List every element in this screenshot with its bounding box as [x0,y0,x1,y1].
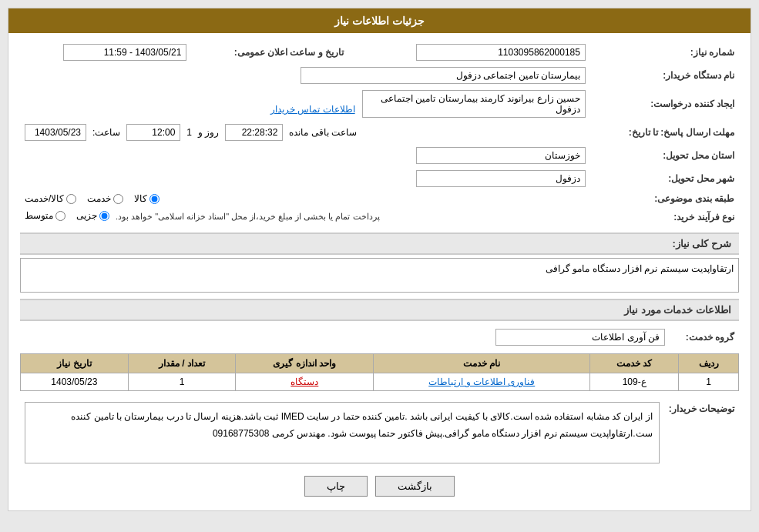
cell-unit[interactable]: دستگاه [236,373,374,391]
purchase-type-radio-jozi[interactable]: جزیی [76,210,109,221]
deadline-fields: 1403/05/23 ساعت: 12:00 1 روز و 22:28:32 … [20,121,590,144]
creator-contact-link[interactable]: اطلاعات تماس خریدار [270,104,355,115]
service-group-label: گروه خدمت: [670,326,739,349]
creator-display: حسین زارع بیرانوند کارمند بیمارستان تامی… [362,90,586,118]
category-radio-khedmat[interactable]: خدمت [87,193,123,204]
table-row: 1 ع-109 فناوری اطلاعات و ارتباطات دستگاه… [21,373,739,391]
purchase-type-radio-mutawaset[interactable]: متوسط [25,210,65,221]
category-radio-kala[interactable]: کالا [134,193,160,204]
page-wrapper: جزئیات اطلاعات نیاز شماره نیاز: 11030958… [0,0,759,532]
buyer-notes-table: توضیحات خریدار: از ایران کد مشابه استفاد… [20,399,739,467]
services-section-label: اطلاعات خدمات مورد نیاز [624,304,731,316]
col-header-row: ردیف [679,354,739,373]
cell-service-name[interactable]: فناوری اطلاعات و ارتباطات [374,373,590,391]
card-body: شماره نیاز: 1103095862000185 تاریخ و ساع… [8,33,751,510]
card-header: جزئیات اطلاعات نیاز [8,8,751,33]
province-label: استان محل تحویل: [590,144,739,167]
cell-date: 1403/05/23 [21,373,129,391]
page-title: جزئیات اطلاعات نیاز [334,15,425,27]
need-number-display: 1103095862000185 [416,44,586,61]
need-number-value: 1103095862000185 [359,41,590,64]
date-display: 1403/05/23 [25,124,86,141]
buyer-notes-value: از ایران کد مشابه استفاده شده است.کالای … [20,399,664,467]
province-row: استان محل تحویل: خوزستان [20,144,739,167]
services-table: ردیف کد خدمت نام خدمت واحد اندازه گیری ت… [20,353,739,391]
need-number-row: شماره نیاز: 1103095862000185 تاریخ و ساع… [20,41,739,64]
footer-buttons: بازگشت چاپ [20,476,739,497]
time-display: 12:00 [126,124,180,141]
services-section-header: اطلاعات خدمات مورد نیاز [20,299,739,321]
city-display: دزفول [416,170,586,187]
service-group-display: فن آوری اطلاعات [495,329,665,346]
buyer-org-label: نام دستگاه خریدار: [590,64,739,87]
need-description-label: شرح کلی نیاز: [672,238,731,249]
service-group-table: گروه خدمت: فن آوری اطلاعات [20,326,739,349]
city-label: شهر محل تحویل: [590,167,739,190]
announce-datetime-display: 1403/05/21 - 11:59 [63,44,186,61]
remaining-display: 22:28:32 [225,124,283,141]
purchase-type-label: نوع فرآیند خرید: [590,207,739,226]
category-radio-kala-khedmat[interactable]: کالا/خدمت [25,193,76,204]
main-card: جزئیات اطلاعات نیاز شماره نیاز: 11030958… [8,8,751,511]
buyer-notes-box: از ایران کد مشابه استفاده شده است.کالای … [25,402,660,463]
services-table-header-row: ردیف کد خدمت نام خدمت واحد اندازه گیری ت… [21,354,739,373]
buyer-notes-row: توضیحات خریدار: از ایران کد مشابه استفاد… [20,399,739,467]
back-button[interactable]: بازگشت [375,476,455,497]
city-row: شهر محل تحویل: دزفول [20,167,739,190]
info-table: شماره نیاز: 1103095862000185 تاریخ و ساع… [20,41,739,226]
buyer-notes-label: توضیحات خریدار: [664,399,739,467]
category-label: طبقه بندی موضوعی: [590,190,739,207]
send-deadline-label: مهلت ارسال پاسخ: تا تاریخ: [590,121,739,144]
need-description-area: ارتقاواپدیت سیستم نرم افزار دستگاه مامو … [20,258,739,293]
category-row: طبقه بندی موضوعی: کالا/خدمت خدمت [20,190,739,207]
time-label: ساعت: [92,127,120,138]
need-description-section-header: شرح کلی نیاز: [20,233,739,255]
col-header-unit: واحد اندازه گیری [236,354,374,373]
col-header-service-name: نام خدمت [374,354,590,373]
buyer-org-display: بیمارستان تامین اجتماعی دزفول [301,67,586,84]
category-options: کالا/خدمت خدمت کالا [20,190,590,207]
cell-quantity: 1 [128,373,236,391]
creator-value: حسین زارع بیرانوند کارمند بیمارستان تامی… [20,87,590,121]
service-group-value: فن آوری اطلاعات [20,326,670,349]
day-label: روز و [198,127,219,138]
creator-label: ایجاد کننده درخواست: [590,87,739,121]
creator-row: ایجاد کننده درخواست: حسین زارع بیرانوند … [20,87,739,121]
print-button[interactable]: چاپ [304,476,368,497]
cell-code: ع-109 [590,373,679,391]
purchase-type-note: پرداخت تمام یا بخشی از مبلغ خرید،از محل … [116,210,380,223]
col-header-code: کد خدمت [590,354,679,373]
buyer-org-value: بیمارستان تامین اجتماعی دزفول [20,64,590,87]
day-value-display: 1 [186,127,192,138]
announce-value: 1403/05/21 - 11:59 [20,41,191,64]
need-description-box: ارتقاواپدیت سیستم نرم افزار دستگاه مامو … [20,258,739,293]
province-value: خوزستان [20,144,590,167]
service-group-row: گروه خدمت: فن آوری اطلاعات [20,326,739,349]
deadline-row: مهلت ارسال پاسخ: تا تاریخ: 1403/05/23 سا… [20,121,739,144]
city-value: دزفول [20,167,590,190]
purchase-type-options: متوسط جزیی پرداخت تمام یا بخشی از مبلغ خ… [20,207,590,226]
need-number-label: شماره نیاز: [590,41,739,64]
remaining-label: ساعت باقی مانده [289,127,357,138]
col-header-date: تاریخ نیاز [21,354,129,373]
purchase-type-row: نوع فرآیند خرید: متوسط جزیی [20,207,739,226]
col-header-quantity: تعداد / مقدار [128,354,236,373]
province-display: خوزستان [416,147,586,164]
announce-label: تاریخ و ساعت اعلان عمومی: [191,41,359,64]
cell-row-number: 1 [679,373,739,391]
buyer-org-row: نام دستگاه خریدار: بیمارستان تامین اجتما… [20,64,739,87]
